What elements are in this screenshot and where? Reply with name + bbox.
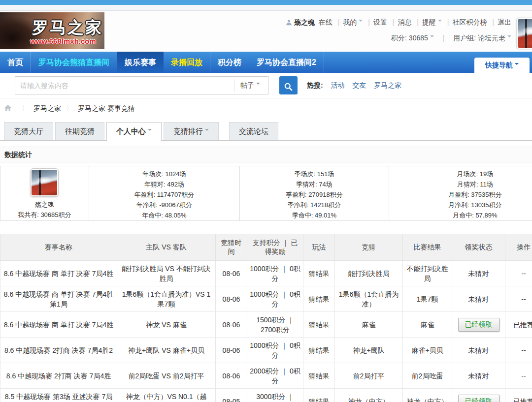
chevron-down-icon (515, 63, 519, 67)
stats-username: 殇之魂 (0, 199, 89, 210)
hot-link-activity[interactable]: 活动 (331, 81, 344, 89)
menu-logout[interactable]: 退出 (498, 18, 511, 26)
nav-replay[interactable]: 录播回放 (164, 52, 210, 73)
col-header-play: 玩法 (303, 234, 335, 261)
points-reward: 1000积分 ｜ 0积分 (247, 261, 303, 286)
search-type-dropdown[interactable]: 帖子 (234, 79, 266, 92)
hot-link-friends[interactable]: 交友 (352, 81, 366, 89)
guess-time: 08-06 (216, 286, 247, 312)
claim-button[interactable]: 已经领取 (458, 318, 499, 332)
hot-search-label: 热搜: (307, 81, 323, 89)
play-type: 猜结果 (303, 338, 335, 363)
my-guess: 神龙+鹰队 (335, 338, 403, 363)
match-result: 不能打到决胜局 (403, 261, 452, 286)
table-header-row: 赛事名称 主队 VS 客队 竞猜时间 支持积分 ｜ 已得奖励 玩法 竞猜 比赛结… (0, 234, 532, 261)
breadcrumb-current[interactable]: 罗马之家 赛事竞猜 (78, 104, 135, 112)
site-logo[interactable]: 罗马之家 www.668lmxh.com (0, 12, 104, 49)
teams: 1果6颗（1套直播为准）VS 1果7颗 (117, 286, 216, 312)
table-row: 8.6 中越现场赛 商 单打 决赛 7局4胜 第1局 1果6颗（1套直播为准）V… (0, 286, 532, 312)
menu-settings[interactable]: 设置 (373, 18, 387, 26)
tab-forum[interactable]: 交流论坛 (229, 122, 278, 140)
event-name: 8.6 中越现场赛 2打商 决赛 7局4胜 (0, 363, 117, 389)
stats-year-col: 年场次: 1024场 年猜对: 492场 年盈利: 1174707积分 年净利:… (89, 166, 240, 220)
play-type: 猜结果 (303, 312, 335, 338)
section-tabs: 竞猜大厅 往期竞猜 个人中心 竞猜排行 交流论坛 (0, 122, 532, 141)
match-result: 前2局吃蛋 (403, 363, 452, 389)
tab-hall[interactable]: 竞猜大厅 (4, 122, 53, 140)
secondary-strip (0, 5, 532, 11)
stats-panel: 殇之魂 我共有: 30685积分 年场次: 1024场 年猜对: 492场 年盈… (0, 166, 532, 221)
col-header-name: 赛事名称 (0, 234, 117, 261)
user-panel: 殇之魂 在线 |我的 |设置 |消息 |提醒 |社区积分榜 |退出 积分: 30… (286, 17, 511, 48)
action: -- (505, 363, 532, 389)
guess-time: 08-06 (216, 363, 247, 389)
my-guess: 能打到决胜局 (335, 261, 403, 286)
my-guess: 神龙（中方） (335, 389, 403, 402)
search-icon (284, 86, 293, 93)
teams: 能打到决胜局 VS 不能打到决胜局 (117, 261, 216, 286)
search-input[interactable] (15, 77, 232, 94)
menu-board[interactable]: 社区积分榜 (452, 18, 487, 26)
chevron-down-icon (430, 35, 434, 39)
stats-total-credits: 我共有: 30685积分 (0, 210, 89, 220)
chevron-down-icon (507, 35, 511, 39)
claim-status: 未猜对 (452, 363, 505, 389)
hot-link-home[interactable]: 罗马之家 (374, 81, 401, 89)
action: -- (505, 286, 532, 312)
home-icon[interactable] (4, 99, 12, 107)
col-header-time: 竞猜时间 (216, 234, 247, 261)
play-type: 猜结果 (303, 389, 335, 402)
points-reward: 1000积分 ｜ 0积分 (247, 338, 303, 363)
guess-history-table: 赛事名称 主队 VS 客队 竞猜时间 支持积分 ｜ 已得奖励 玩法 竞猜 比赛结… (0, 234, 532, 402)
teams: 神龙 VS 麻雀 (117, 312, 216, 338)
chevron-down-icon (359, 20, 363, 24)
search-button[interactable] (279, 76, 298, 94)
logo-title: 罗马之家 (31, 17, 104, 39)
nav-home[interactable]: 首页 (0, 52, 31, 73)
event-name: 8.6 中越现场赛 商 单打 决赛 7局4胜 第1局 (0, 286, 117, 312)
table-row: 8.6 中越现场赛 2打商 决赛 7局4胜 前2局吃蛋 VS 前2局打平 08-… (0, 363, 532, 389)
breadcrumb-home[interactable]: 罗马之家 (33, 104, 61, 112)
claim-status: 未猜对 (452, 338, 505, 363)
event-name: 8.5 中越现场赛 第3场 亚述决赛 7局4胜 (0, 389, 117, 402)
match-result: 神龙（中方） (403, 389, 452, 402)
points-reward: 3000积分 ｜ 6720积分 (247, 389, 303, 402)
quick-nav-button[interactable]: 快捷导航 (474, 58, 530, 73)
col-header-guess: 竞猜 (335, 234, 403, 261)
nav-live2[interactable]: 罗马协会直播间2 (249, 52, 324, 73)
teams: 前2局吃蛋 VS 前2局打平 (117, 363, 216, 389)
action: -- (505, 261, 532, 286)
col-header-status: 领奖状态 (452, 234, 505, 261)
nav-events[interactable]: 娱乐赛事 (117, 52, 164, 73)
credits-value[interactable]: 积分: 30685 (391, 34, 428, 42)
site-header: 罗马之家 www.668lmxh.com 殇之魂 在线 |我的 |设置 |消息 … (0, 11, 532, 52)
claim-status: 未猜对 (452, 261, 505, 286)
chevron-down-icon (256, 83, 260, 87)
tab-past[interactable]: 往期竞猜 (55, 122, 104, 140)
tab-personal[interactable]: 个人中心 (106, 122, 162, 141)
nav-panda-live[interactable]: 罗马协会熊猫直播间 (31, 52, 117, 73)
username[interactable]: 殇之魂 (294, 18, 315, 26)
user-menu-row: 殇之魂 在线 |我的 |设置 |消息 |提醒 |社区积分榜 |退出 (286, 17, 511, 28)
avatar[interactable] (516, 18, 532, 49)
my-guess: 麻雀 (335, 312, 403, 338)
col-header-points: 支持积分 ｜ 已得奖励 (247, 234, 303, 261)
claim-status: 已经领取 (452, 389, 505, 402)
menu-mine[interactable]: 我的 (343, 18, 357, 26)
action: 已推荐 (505, 312, 532, 338)
my-guess: 前2局打平 (335, 363, 403, 389)
points-reward: 1000积分 ｜ 0积分 (247, 286, 303, 312)
tab-rank[interactable]: 竞猜排行 (164, 122, 219, 140)
chevron-down-icon (148, 129, 152, 133)
menu-messages[interactable]: 消息 (398, 18, 411, 26)
usergroup-value[interactable]: 用户组: 论坛元老 (453, 34, 505, 42)
stats-avatar[interactable] (30, 168, 59, 197)
claim-button[interactable]: 已经领取 (458, 395, 499, 402)
play-type: 猜结果 (303, 363, 335, 389)
menu-reminders[interactable]: 提醒 (422, 18, 436, 26)
guess-time: 08-06 (216, 261, 247, 286)
nav-scoreboard[interactable]: 积分榜 (210, 52, 249, 73)
points-reward: 2000积分 ｜ 0积分 (247, 363, 303, 389)
claim-status: 已经领取 (452, 312, 505, 338)
teams: 神龙+鹰队 VS 麻雀+贝贝 (117, 338, 216, 363)
